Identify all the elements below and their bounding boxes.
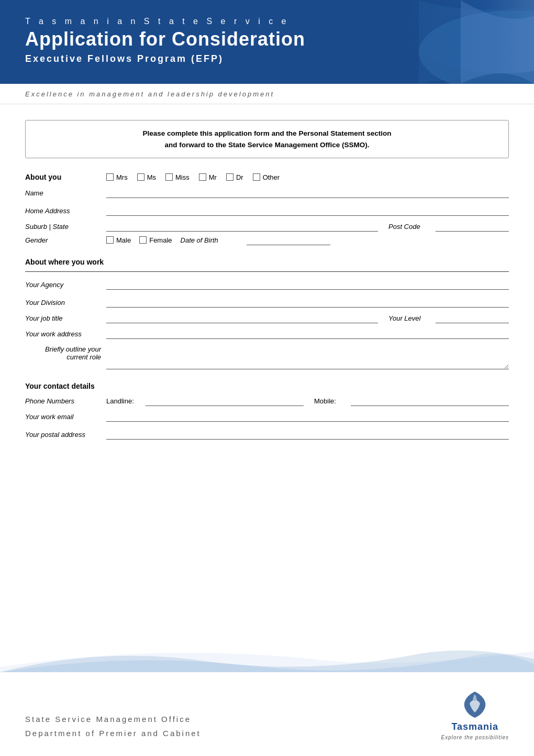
contact-title: Your contact details [25,382,509,390]
title-mr[interactable]: Mr [199,173,217,181]
label-mrs: Mrs [116,173,128,181]
about-you-section: About you Mrs Ms Miss Mr [25,173,509,245]
home-address-label: Home Address [25,207,106,215]
postal-input[interactable] [106,429,509,440]
division-label: Your Division [25,299,106,306]
email-input[interactable] [106,411,509,422]
about-work-title: About where you work [25,258,509,266]
notice-box: Please complete this application form an… [25,120,509,158]
job-title-label: Your job title [25,314,106,322]
tasmania-logo: Tasmania Explore the possibilities [441,691,509,740]
header-title-large: Application for Consideration [25,28,509,50]
name-label: Name [25,189,106,197]
agency-label: Your Agency [25,281,106,289]
agency-row: Your Agency [25,277,509,292]
label-other: Other [263,173,280,181]
postal-label: Your postal address [25,431,106,439]
footer-wave-decoration [0,641,534,672]
brief-label: Briefly outline yourcurrent role [25,344,106,361]
about-you-label: About you [25,173,106,181]
suburb-row: Suburb | State Post Code [25,221,509,232]
suburb-label: Suburb | State [25,223,106,231]
label-mr: Mr [209,173,217,181]
label-dr: Dr [236,173,243,181]
tasmania-logo-sub: Explore the possibilities [441,735,509,740]
gender-male[interactable]: Male [106,236,131,244]
dob-input[interactable] [247,235,330,245]
about-you-row: About you Mrs Ms Miss Mr [25,173,509,181]
mobile-label: Mobile: [314,397,351,405]
tagline-bar: Excellence in management and leadership … [0,84,534,104]
gender-checks: Male Female Date of Birth [106,235,509,245]
landline-input[interactable] [146,396,304,406]
checkbox-miss[interactable] [165,173,173,181]
work-address-row: Your work address [25,326,509,341]
job-title-input[interactable] [106,313,378,323]
email-label: Your work email [25,413,106,421]
agency-input[interactable] [106,279,509,290]
header: T a s m a n i a n S t a t e S e r v i c … [0,0,534,84]
checkbox-mr[interactable] [199,173,206,181]
level-input[interactable] [436,313,509,323]
title-checkbox-group: Mrs Ms Miss Mr Dr [106,173,509,181]
gender-row: Gender Male Female Date of Birth [25,235,509,245]
division-input[interactable] [106,297,509,308]
mobile-input[interactable] [351,396,509,406]
footer-line2: Department of Premier and Cabinet [25,726,201,740]
tasmania-logo-icon [459,691,491,719]
suburb-input[interactable] [106,221,378,232]
postcode-label: Post Code [388,223,436,231]
footer-line1: State Service Management Office [25,712,201,726]
footer: State Service Management Office Departme… [0,641,534,756]
work-address-input[interactable] [106,328,509,339]
name-row: Name [25,185,509,200]
brief-role-row: Briefly outline yourcurrent role [25,344,509,369]
gender-label: Gender [25,236,106,244]
header-title-small: T a s m a n i a n S t a t e S e r v i c … [25,17,509,26]
label-male: Male [116,236,131,244]
landline-label: Landline: [106,397,146,405]
gender-female[interactable]: Female [139,236,172,244]
main-content: Please complete this application form an… [0,104,534,465]
dob-label: Date of Birth [181,236,238,244]
checkbox-mrs[interactable] [106,173,114,181]
footer-content: State Service Management Office Departme… [25,691,509,740]
label-ms: Ms [147,173,156,181]
checkbox-other[interactable] [253,173,260,181]
title-dr[interactable]: Dr [226,173,243,181]
work-divider [25,271,509,272]
footer-text-block: State Service Management Office Departme… [25,712,201,740]
email-row: Your work email [25,409,509,424]
checkbox-male[interactable] [106,236,114,244]
label-miss: Miss [175,173,190,181]
contact-section: Your contact details Phone Numbers Landl… [25,382,509,442]
level-label: Your Level [388,314,436,322]
name-input[interactable] [106,188,509,198]
tasmania-logo-text: Tasmania [451,721,498,732]
checkbox-female[interactable] [139,236,147,244]
postal-row: Your postal address [25,427,509,442]
header-subtitle: Executive Fellows Program (EFP) [25,53,509,64]
about-work-section: About where you work Your Agency Your Di… [25,258,509,369]
phone-label: Phone Numbers [25,397,106,405]
checkbox-ms[interactable] [137,173,144,181]
work-address-label: Your work address [25,330,106,338]
postcode-input[interactable] [436,221,509,232]
division-row: Your Division [25,295,509,310]
home-address-input[interactable] [106,205,509,216]
title-other[interactable]: Other [253,173,280,181]
brief-role-input[interactable] [106,344,509,369]
title-miss[interactable]: Miss [165,173,190,181]
notice-text: Please complete this application form an… [36,128,498,150]
tagline: Excellence in management and leadership … [25,90,274,98]
label-female: Female [149,236,172,244]
title-ms[interactable]: Ms [137,173,156,181]
phone-row: Phone Numbers Landline: Mobile: [25,396,509,406]
checkbox-dr[interactable] [226,173,233,181]
job-title-row: Your job title Your Level [25,313,509,323]
title-mrs[interactable]: Mrs [106,173,128,181]
home-address-row: Home Address [25,203,509,218]
